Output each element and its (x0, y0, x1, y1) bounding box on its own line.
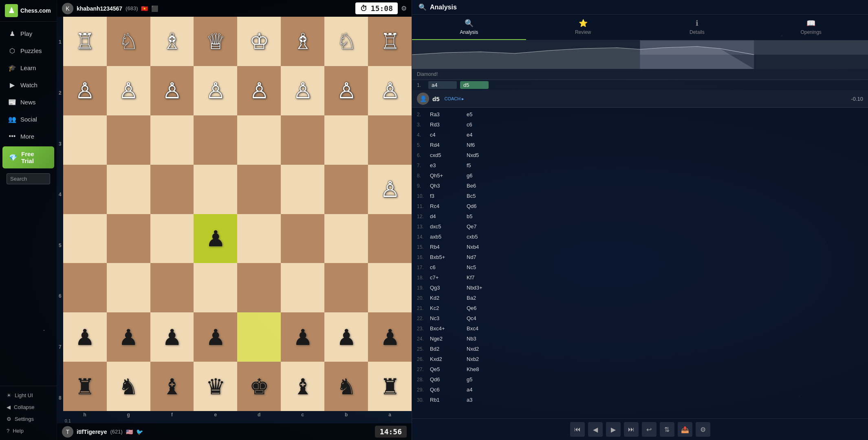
sidebar-item-play[interactable]: ♟ Play (2, 25, 55, 42)
chess-square[interactable] (324, 263, 368, 312)
next-move-button[interactable]: ▶ (606, 422, 621, 437)
last-move-button[interactable]: ⏭ (624, 422, 639, 437)
move-row[interactable]: 12.d4b5 (412, 211, 868, 221)
chess-square[interactable] (63, 263, 107, 312)
move-white[interactable]: axb5 (428, 233, 465, 241)
move-black[interactable]: Kf7 (465, 274, 502, 281)
chess-square[interactable] (63, 115, 107, 165)
chess-square[interactable]: ♙ (324, 66, 368, 115)
chess-square[interactable] (237, 115, 281, 165)
chess-square[interactable]: ♖ (368, 17, 412, 66)
chess-square[interactable] (150, 115, 194, 165)
move-white[interactable]: Bxc4+ (428, 325, 465, 332)
chess-square[interactable] (237, 165, 281, 214)
chess-square[interactable]: ♙ (63, 66, 107, 115)
move-white[interactable]: Rd4 (428, 141, 465, 149)
move-black[interactable]: Be6 (465, 182, 502, 190)
move-white[interactable]: Rb4 (428, 243, 465, 251)
move-row[interactable]: 9.Qh3Be6 (412, 181, 868, 191)
chess-square[interactable]: ♙ (281, 66, 324, 115)
chess-square[interactable] (237, 214, 281, 263)
move-row[interactable]: 14.axb5cxb5 (412, 232, 868, 242)
move-black[interactable]: Nb3 (465, 335, 502, 343)
move-white[interactable]: cxd5 (428, 151, 465, 159)
chess-square[interactable] (368, 263, 412, 312)
move-row[interactable]: 5.Rd4Nf6 (412, 140, 868, 150)
chess-square[interactable]: ♙ (368, 165, 412, 214)
tab-review[interactable]: ⭐ Review (526, 15, 640, 40)
chess-square[interactable]: ♙ (237, 66, 281, 115)
move-black[interactable]: f5 (465, 161, 502, 169)
chess-square[interactable]: ♗ (281, 17, 324, 66)
sidebar-bottom-help[interactable]: ? Help (0, 425, 57, 437)
flip-board-button[interactable]: ↩ (642, 422, 657, 437)
move-row[interactable]: 24.Nge2Nb3 (412, 334, 868, 344)
chess-square[interactable] (107, 263, 150, 312)
chess-square[interactable]: ♟ (150, 312, 194, 362)
chess-square[interactable] (368, 115, 412, 165)
move-black[interactable]: c6 (465, 121, 502, 128)
move-black[interactable]: Nxd2 (465, 345, 502, 353)
chess-square[interactable] (194, 115, 237, 165)
chess-square[interactable] (107, 214, 150, 263)
move-row[interactable]: 7.e3f5 (412, 160, 868, 170)
chess-square[interactable] (281, 165, 324, 214)
chess-square[interactable]: ♛ (194, 362, 237, 411)
move-row[interactable]: 25.Bd2Nxd2 (412, 344, 868, 354)
move-white[interactable]: Qh5+ (428, 172, 465, 179)
chess-square[interactable]: ♞ (107, 362, 150, 411)
analysis-settings-button[interactable]: ⚙ (696, 422, 710, 437)
chess-square[interactable] (324, 214, 368, 263)
move-white[interactable]: Qe5 (428, 365, 465, 373)
move-black[interactable]: Qe7 (465, 223, 502, 230)
search-input[interactable] (7, 173, 50, 184)
move-black[interactable]: cxb5 (465, 233, 502, 241)
move-row[interactable]: 2.Ra3e5 (412, 109, 868, 119)
move-white[interactable]: Nge2 (428, 335, 465, 343)
chess-square[interactable]: ♙ (194, 66, 237, 115)
chess-square[interactable] (237, 263, 281, 312)
move-white[interactable]: Rd3 (428, 121, 465, 128)
chess-square[interactable]: ♝ (281, 362, 324, 411)
chess-square[interactable]: ♗ (150, 17, 194, 66)
move-row[interactable]: 17.c6Nc5 (412, 262, 868, 272)
move-black[interactable]: Bc5 (465, 192, 502, 200)
move-white[interactable]: dxc5 (428, 223, 465, 230)
move-row[interactable]: 15.Rb4Nxb4 (412, 242, 868, 252)
sidebar-item-social[interactable]: 👥 Social (2, 111, 55, 127)
move-row[interactable]: 22.Nc3Qc4 (412, 313, 868, 323)
chess-square[interactable] (281, 214, 324, 263)
tab-analysis[interactable]: 🔍 Analysis (412, 15, 526, 40)
chess-board[interactable]: ♖♘♗♕♔♗♘♖♙♙♙♙♙♙♙♙♙♟♟♟♟♟♟♟♟♜♞♝♛♚♝♞♜ (63, 17, 412, 411)
move-white[interactable]: Qh3 (428, 182, 465, 190)
move-white[interactable]: Ra3 (428, 111, 465, 118)
move-row[interactable]: 10.f3Bc5 (412, 191, 868, 201)
move-white[interactable]: d4 (428, 212, 465, 220)
chess-square[interactable]: ♙ (368, 66, 412, 115)
prev-move-button[interactable]: ◀ (588, 422, 603, 437)
chess-square[interactable] (194, 165, 237, 214)
chess-square[interactable] (324, 115, 368, 165)
chess-square[interactable] (368, 214, 412, 263)
move-black[interactable]: Nxb4 (465, 243, 502, 251)
sidebar-bottom-settings[interactable]: ⚙ Settings (0, 413, 57, 425)
chess-square[interactable]: ♟ (194, 312, 237, 362)
move-white[interactable]: Rc4 (428, 202, 465, 210)
move-row[interactable]: 8.Qh5+g6 (412, 170, 868, 181)
move-row[interactable]: 26.Kxd2Nxb2 (412, 354, 868, 364)
move-white[interactable]: c4 (428, 131, 465, 139)
move-black[interactable]: Nxd5 (465, 151, 502, 159)
move-black[interactable]: Ba2 (465, 294, 502, 302)
chess-square[interactable]: ♙ (150, 66, 194, 115)
chess-square[interactable] (194, 263, 237, 312)
move-row[interactable]: 30.Rb1a3 (412, 395, 868, 405)
move-black[interactable]: b5 (465, 212, 502, 220)
move-white[interactable]: Nc3 (428, 314, 465, 322)
sidebar-bottom-collapse[interactable]: ◀ Collapse (0, 401, 57, 413)
chess-square[interactable] (63, 214, 107, 263)
move-white[interactable]: Rb1 (428, 396, 465, 404)
chess-square[interactable]: ♚ (237, 362, 281, 411)
move-white[interactable]: c7+ (428, 274, 465, 281)
sidebar-item-watch[interactable]: ▶ Watch (2, 77, 55, 93)
move-row[interactable]: 23.Bxc4+Bxc4 (412, 323, 868, 334)
